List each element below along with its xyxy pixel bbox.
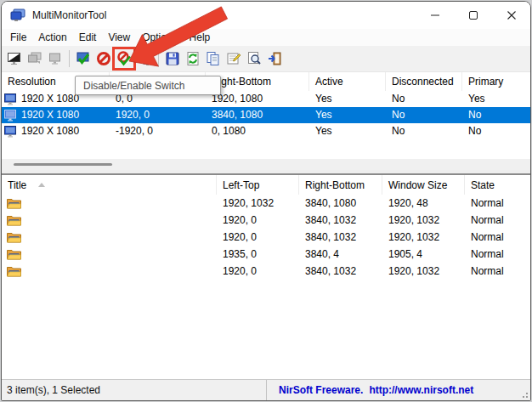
folder-icon [7,248,21,260]
col-right-bottom[interactable]: Right-Bottom [299,175,382,195]
monitor-icon [7,51,22,66]
folder-icon [7,265,21,277]
toolbar-separator [158,50,159,67]
folder-icon [7,214,21,226]
col-disconnected[interactable]: Disconnected [386,72,462,91]
app-icon [10,8,25,22]
title-bar: MultiMonitorTool [2,2,530,29]
save-button[interactable] [163,48,182,69]
resize-grip[interactable] [520,390,529,399]
status-items-count: 3 item(s), 1 Selected [2,380,267,400]
save-icon [165,51,180,66]
list-empty-area [2,280,530,379]
window-row[interactable]: 1920, 0 3840, 1032 1920, 1032 Normal [2,263,530,280]
monitor-row-selected[interactable]: 1920 X 1080 1920, 0 3840, 1080 Yes No No [2,107,530,123]
monitor-disabled-button[interactable] [46,48,65,69]
maximize-icon [468,10,478,20]
monitors-disabled-button[interactable] [25,48,44,69]
window-row[interactable]: 1920, 1032 3840, 1080 1920, 48 Normal [2,195,530,212]
toolbar [2,46,530,72]
monitor-row[interactable]: 1920 X 1080 -1920, 0 0, 1080 Yes No No [2,123,530,139]
tooltip-text: Disable/Enable Switch [83,80,184,92]
monitor-item-icon [4,93,17,105]
enable-monitor-icon [76,51,91,66]
monitor-item-icon [4,126,17,138]
disable-monitor-button[interactable] [94,48,113,69]
sort-ascending-icon [38,183,45,187]
folder-icon [7,231,21,243]
close-icon [507,10,517,20]
window-row[interactable]: 1920, 0 3840, 1032 1920, 1032 Normal [2,212,530,229]
col-window-size[interactable]: Window Size [382,175,465,195]
properties-icon [226,51,241,66]
window-row[interactable]: 1920, 0 3840, 1032 1920, 1032 Normal [2,229,530,246]
exit-button[interactable] [265,48,284,69]
monitor-button[interactable] [5,48,24,69]
col-left-top[interactable]: Left-Top [217,175,299,195]
maximize-button[interactable] [454,2,492,29]
find-icon [246,51,262,66]
monitors-disabled-icon [27,51,42,66]
exit-icon [267,51,282,66]
tooltip: Disable/Enable Switch [75,76,221,95]
find-button[interactable] [245,48,263,69]
window-title: MultiMonitorTool [32,9,106,21]
freeware-label: NirSoft Freeware. [279,384,363,396]
status-bar: 3 item(s), 1 Selected NirSoft Freeware. … [2,379,530,400]
nirsoft-link[interactable]: http://www.nirsoft.net [369,384,473,396]
col-state[interactable]: State [465,175,530,195]
dual-monitors-button[interactable] [135,48,154,69]
menu-file[interactable]: File [4,30,32,45]
dual-monitors-icon [137,51,152,66]
menu-action[interactable]: Action [32,30,72,45]
enable-monitor-button[interactable] [74,48,93,69]
windows-list-header: Title Left-Top Right-Bottom Window Size … [2,175,530,195]
disable-monitor-icon [96,51,111,66]
folder-icon [7,197,21,209]
monitor-disabled-icon [48,51,63,66]
col-title[interactable]: Title [2,175,217,195]
horizontal-scrollbar[interactable] [2,159,530,170]
close-button[interactable] [492,2,530,29]
menu-edit[interactable]: Edit [73,30,103,45]
disable-enable-switch-button[interactable] [115,48,133,69]
disable-enable-switch-icon [116,51,132,66]
status-branding: NirSoft Freeware. http://www.nirsoft.net [267,380,530,400]
menu-help[interactable]: Help [184,30,217,45]
refresh-button[interactable] [184,48,202,69]
menu-options[interactable]: Options [136,30,183,45]
copy-button[interactable] [204,48,223,69]
copy-icon [206,51,221,66]
col-primary[interactable]: Primary [462,72,530,91]
monitor-item-icon [4,110,17,122]
col-active[interactable]: Active [309,72,386,91]
menu-bar: File Action Edit View Options Help [2,29,530,46]
minimize-icon [430,10,440,20]
scrollbar-thumb[interactable] [14,163,112,166]
minimize-button[interactable] [416,2,454,29]
window-row[interactable]: 1935, 0 3840, 4 1905, 4 Normal [2,246,530,263]
multimonitortool-window: MultiMonitorTool File Action Edit View O… [1,1,531,401]
window-controls [416,2,530,29]
windows-list: Title Left-Top Right-Bottom Window Size … [2,175,530,379]
toolbar-separator [69,50,70,67]
col-right-bottom[interactable]: Right-Bottom [206,72,309,91]
menu-view[interactable]: View [102,30,136,45]
refresh-icon [185,51,201,66]
properties-button[interactable] [224,48,243,69]
